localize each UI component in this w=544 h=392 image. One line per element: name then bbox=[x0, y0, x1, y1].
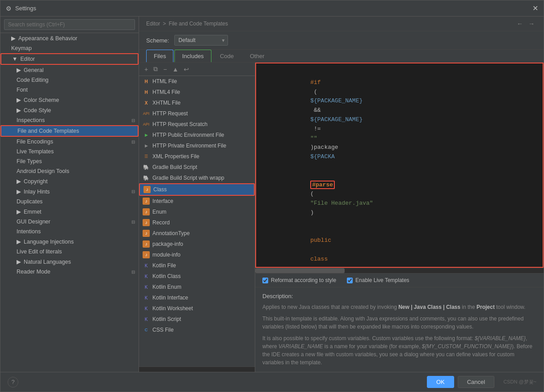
sidebar-item-natural-languages[interactable]: ▶ Natural Languages bbox=[0, 257, 139, 267]
sidebar: ▶ Appearance & Behavior Keymap ▼ Editor … bbox=[0, 17, 139, 372]
close-button[interactable]: ✕ bbox=[532, 4, 538, 13]
list-item[interactable]: J Enum bbox=[139, 207, 255, 217]
list-item[interactable]: C CSS File bbox=[139, 325, 255, 335]
sidebar-item-file-code-templates[interactable]: File and Code Templates bbox=[0, 125, 139, 137]
tab-other[interactable]: Other bbox=[242, 50, 272, 62]
reader-mode-icon: ⊟ bbox=[131, 270, 135, 274]
file-item-label: Interface bbox=[152, 198, 173, 204]
description-text-3: It is also possible to specify custom va… bbox=[262, 334, 536, 367]
nav-back-button[interactable]: ← bbox=[515, 19, 525, 28]
file-item-label: HTML4 File bbox=[152, 89, 180, 95]
sidebar-item-label: Appearance & Behavior bbox=[18, 35, 77, 42]
sidebar-item-file-types[interactable]: File Types bbox=[0, 156, 139, 166]
file-list-scrollbar[interactable] bbox=[139, 367, 255, 372]
tab-includes[interactable]: Includes bbox=[174, 50, 211, 62]
file-item-label: Kotlin Enum bbox=[152, 284, 181, 290]
sidebar-item-emmet[interactable]: ▶ Emmet bbox=[0, 207, 139, 217]
sidebar-item-code-editing[interactable]: Code Editing bbox=[0, 75, 139, 85]
sidebar-item-code-style[interactable]: ▶ Code Style bbox=[0, 105, 139, 115]
add-file-button[interactable]: + bbox=[143, 64, 150, 74]
list-item[interactable]: ▶ HTTP Public Environment File bbox=[139, 130, 255, 140]
list-item[interactable]: X XHTML File bbox=[139, 97, 255, 108]
xml-icon: ☰ bbox=[143, 153, 150, 160]
tab-code[interactable]: Code bbox=[212, 50, 241, 62]
nav-forward-button[interactable]: → bbox=[527, 19, 536, 28]
copy-file-button[interactable]: ⧉ bbox=[152, 64, 160, 74]
list-item-class[interactable]: J Class bbox=[139, 183, 255, 196]
file-item-label: Gradle Build Script with wrapp bbox=[152, 175, 224, 181]
list-item[interactable]: ☰ XML Properties File bbox=[139, 151, 255, 162]
sidebar-item-intentions[interactable]: Intentions bbox=[0, 227, 139, 236]
code-editor[interactable]: #if ( ${PACKAGE_NAME} && ${PACKAGE_NAME}… bbox=[255, 63, 544, 268]
sidebar-item-color-scheme[interactable]: ▶ Color Scheme bbox=[0, 95, 139, 105]
sidebar-item-label: Reader Mode bbox=[17, 269, 51, 275]
list-item[interactable]: K Kotlin Interface bbox=[139, 292, 255, 303]
file-item-label: XHTML File bbox=[152, 100, 181, 106]
file-item-label: module-info bbox=[152, 252, 181, 258]
sidebar-item-reader-mode[interactable]: Reader Mode ⊟ bbox=[0, 267, 139, 277]
list-item[interactable]: J Interface bbox=[139, 196, 255, 207]
reformat-checkbox-label[interactable]: Reformat according to style bbox=[262, 277, 336, 283]
sidebar-item-gui-designer[interactable]: GUI Designer ⊟ bbox=[0, 217, 139, 227]
sidebar-item-label: Inlay Hints bbox=[24, 189, 50, 195]
list-item[interactable]: J Record bbox=[139, 217, 255, 228]
sidebar-item-appearance[interactable]: ▶ Appearance & Behavior bbox=[0, 33, 139, 43]
sidebar-item-inspections[interactable]: Inspections ⊟ bbox=[0, 115, 139, 125]
gradle-icon: 🐘 bbox=[143, 164, 150, 171]
horizontal-scrollbar[interactable] bbox=[255, 268, 544, 273]
file-item-label: HTTP Private Environment File bbox=[152, 143, 226, 149]
sidebar-item-font[interactable]: Font bbox=[0, 85, 139, 95]
sidebar-item-duplicates[interactable]: Duplicates bbox=[0, 197, 139, 207]
help-icon[interactable]: ? bbox=[8, 377, 18, 388]
sidebar-item-copyright[interactable]: ▶ Copyright bbox=[0, 176, 139, 186]
cancel-button[interactable]: Cancel bbox=[458, 376, 494, 388]
sidebar-item-file-encodings[interactable]: File Encodings ⊟ bbox=[0, 137, 139, 147]
list-item[interactable]: H HTML4 File bbox=[139, 87, 255, 97]
list-item[interactable]: ▶ HTTP Private Environment File bbox=[139, 140, 255, 151]
sidebar-item-general[interactable]: ▶ General bbox=[0, 65, 139, 75]
list-item[interactable]: API HTTP Request Scratch bbox=[139, 119, 255, 130]
list-item[interactable]: 🐘 Gradle Build Script with wrapp bbox=[139, 173, 255, 183]
list-item[interactable]: K Kotlin Script bbox=[139, 314, 255, 325]
list-item[interactable]: J AnnotationType bbox=[139, 228, 255, 239]
list-item[interactable]: API HTTP Request bbox=[139, 108, 255, 119]
scheme-select[interactable]: Default bbox=[174, 35, 228, 46]
file-item-label: HTTP Request Scratch bbox=[152, 121, 207, 127]
sidebar-item-language-injections[interactable]: ▶ Language Injections bbox=[0, 236, 139, 247]
live-templates-checkbox-label[interactable]: Enable Live Templates bbox=[347, 277, 409, 283]
title-bar: ⚙ Settings ✕ bbox=[0, 0, 544, 17]
http-scratch-icon: API bbox=[143, 121, 150, 128]
reformat-checkbox[interactable] bbox=[262, 278, 268, 283]
remove-file-button[interactable]: − bbox=[161, 64, 169, 74]
code-panel: #if ( ${PACKAGE_NAME} && ${PACKAGE_NAME}… bbox=[255, 63, 544, 372]
html-icon: H bbox=[143, 78, 150, 85]
tab-files[interactable]: Files bbox=[146, 50, 173, 62]
live-templates-checkbox[interactable] bbox=[347, 278, 353, 283]
undo-button[interactable]: ↩ bbox=[182, 64, 191, 74]
move-up-button[interactable]: ▲ bbox=[170, 64, 180, 74]
list-item[interactable]: K Kotlin File bbox=[139, 260, 255, 271]
sidebar-item-keymap[interactable]: Keymap bbox=[0, 43, 139, 53]
list-item[interactable]: K Kotlin Class bbox=[139, 271, 255, 282]
list-item[interactable]: K Kotlin Enum bbox=[139, 282, 255, 292]
list-item[interactable]: J module-info bbox=[139, 249, 255, 260]
sidebar-item-inlay-hints[interactable]: ▶ Inlay Hints ⊟ bbox=[0, 186, 139, 197]
list-item[interactable]: 🐘 Gradle Build Script bbox=[139, 162, 255, 173]
list-item[interactable]: H HTML File bbox=[139, 76, 255, 87]
window-title: Settings bbox=[15, 5, 36, 12]
search-input[interactable] bbox=[4, 19, 135, 30]
scrollbar-thumb bbox=[255, 268, 345, 273]
sidebar-item-label: Code Editing bbox=[17, 77, 49, 83]
scheme-row: Scheme: Default bbox=[139, 31, 544, 50]
scheme-select-wrapper: Default bbox=[174, 35, 228, 46]
ok-button[interactable]: OK bbox=[427, 376, 454, 388]
file-item-label: Kotlin Interface bbox=[152, 295, 188, 301]
sidebar-item-live-edit-literals[interactable]: Live Edit of literals bbox=[0, 247, 139, 257]
sidebar-item-editor[interactable]: ▼ Editor bbox=[0, 53, 139, 65]
sidebar-item-live-templates[interactable]: Live Templates bbox=[0, 147, 139, 156]
sidebar-item-label: Keymap bbox=[11, 45, 32, 51]
sidebar-item-android-design-tools[interactable]: Android Design Tools bbox=[0, 166, 139, 176]
list-item[interactable]: J package-info bbox=[139, 239, 255, 249]
description-text-1: Applies to new Java classes that are cre… bbox=[262, 303, 536, 311]
list-item[interactable]: K Kotlin Worksheet bbox=[139, 303, 255, 314]
